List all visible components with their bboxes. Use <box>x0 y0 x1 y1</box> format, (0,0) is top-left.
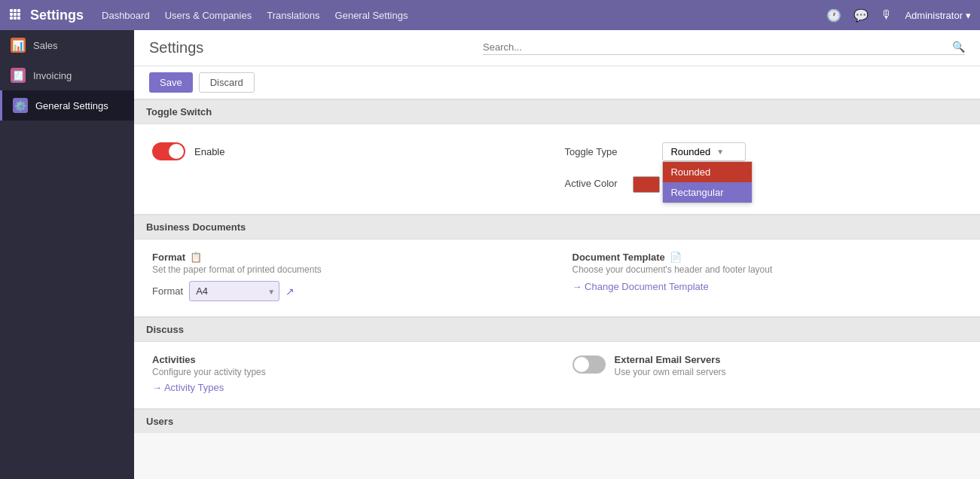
svg-rect-1 <box>14 9 17 12</box>
svg-rect-3 <box>10 13 13 16</box>
toggle-type-dropdown-wrap: Rounded ▼ Rounded Rectangular <box>662 142 746 161</box>
external-email-col: External Email Servers Use your own emai… <box>572 354 963 382</box>
svg-rect-4 <box>14 13 17 16</box>
user-name: Administrator <box>905 10 963 21</box>
top-nav: Dashboard Users & Companies Translations… <box>102 10 826 21</box>
search-bar: 🔍 <box>483 41 965 55</box>
user-menu[interactable]: Administrator ▾ <box>905 10 971 21</box>
svg-rect-2 <box>17 9 20 12</box>
page-title: Settings <box>149 39 203 56</box>
svg-rect-6 <box>10 17 13 20</box>
sidebar-label-sales: Sales <box>33 40 58 51</box>
discuss-row: Activities Configure your activity types… <box>152 354 962 393</box>
toggle-type-dropdown-options: Rounded Rectangular <box>662 161 753 203</box>
search-icon[interactable]: 🔍 <box>952 41 965 53</box>
format-row: Format A4 ▼ ↗ <box>152 281 542 301</box>
discuss-header: Discuss <box>134 317 980 342</box>
settings-body: Toggle Switch Enable Toggle Type <box>134 99 980 433</box>
chat-icon[interactable]: 💬 <box>853 8 869 23</box>
topbar: Settings Dashboard Users & Companies Tra… <box>0 0 980 30</box>
user-dropdown-arrow: ▾ <box>966 10 971 21</box>
sidebar-item-invoicing[interactable]: 🧾 Invoicing <box>0 60 134 90</box>
sidebar-label-general: General Settings <box>35 100 108 111</box>
discuss-body: Activities Configure your activity types… <box>134 342 980 409</box>
discard-button[interactable]: Discard <box>199 72 255 93</box>
users-section-header: Users <box>134 409 980 433</box>
format-select-wrap: A4 ▼ <box>189 281 279 301</box>
activities-desc: Configure your activity types <box>152 367 542 377</box>
toggle-type-area: Toggle Type Rounded ▼ Rounded <box>565 142 963 193</box>
business-docs-header: Business Documents <box>134 215 980 240</box>
main-layout: 📊 Sales 🧾 Invoicing ⚙️ General Settings … <box>0 30 980 479</box>
app-title: Settings <box>30 8 84 23</box>
external-email-desc: Use your own email servers <box>615 367 726 377</box>
save-button[interactable]: Save <box>149 72 193 93</box>
active-color-label: Active Color <box>565 178 618 189</box>
general-settings-icon: ⚙️ <box>13 98 28 113</box>
format-external-link[interactable]: ↗ <box>285 285 295 297</box>
biz-docs-row: Format 📋 Set the paper format of printed… <box>152 252 962 301</box>
format-icon: 📋 <box>190 252 202 263</box>
sidebar: 📊 Sales 🧾 Invoicing ⚙️ General Settings <box>0 30 134 479</box>
active-color-row: Active Color <box>565 173 963 193</box>
svg-rect-5 <box>17 13 20 16</box>
svg-rect-8 <box>17 17 20 20</box>
content-area: Settings 🔍 Save Discard Toggle Switch En… <box>134 30 980 479</box>
activity-types-link[interactable]: → Activity Types <box>152 382 224 393</box>
nav-dashboard[interactable]: Dashboard <box>102 10 150 21</box>
toggle-type-label: Toggle Type <box>565 146 618 157</box>
grid-icon[interactable] <box>9 8 21 23</box>
format-label: Format 📋 <box>152 252 542 263</box>
svg-rect-7 <box>14 17 17 20</box>
sales-icon: 📊 <box>11 38 26 53</box>
topbar-right: 🕐 💬 🎙 Administrator ▾ <box>826 8 971 23</box>
clock-icon[interactable]: 🕐 <box>826 8 841 23</box>
toggle-switch-section-body: Enable Toggle Type Rounded ▼ <box>134 124 980 215</box>
external-email-text: External Email Servers Use your own emai… <box>615 354 726 382</box>
toggle-type-value: Rounded <box>670 146 710 157</box>
format-desc: Set the paper format of printed document… <box>152 264 542 275</box>
format-field-label: Format <box>152 285 183 297</box>
format-select[interactable]: A4 <box>189 281 279 301</box>
enable-label: Enable <box>194 146 224 157</box>
nav-users-companies[interactable]: Users & Companies <box>165 10 252 21</box>
invoicing-icon: 🧾 <box>11 68 26 83</box>
toggle-type-arrow: ▼ <box>716 148 724 156</box>
nav-general-settings[interactable]: General Settings <box>335 10 408 21</box>
toggle-switch-section-header: Toggle Switch <box>134 99 980 124</box>
activities-col: Activities Configure your activity types… <box>152 354 542 393</box>
content-header: Settings 🔍 <box>134 30 980 66</box>
doc-template-label: Document Template 📄 <box>572 252 963 263</box>
option-rectangular[interactable]: Rectangular <box>663 182 752 203</box>
nav-translations[interactable]: Translations <box>267 10 319 21</box>
doc-template-desc: Choose your document's header and footer… <box>572 264 963 275</box>
doc-template-col: Document Template 📄 Choose your document… <box>572 252 963 301</box>
format-col: Format 📋 Set the paper format of printed… <box>152 252 542 301</box>
color-swatch[interactable] <box>633 176 660 193</box>
business-docs-body: Format 📋 Set the paper format of printed… <box>134 240 980 317</box>
mic-icon: 🎙 <box>881 8 893 22</box>
option-rounded[interactable]: Rounded <box>663 162 752 182</box>
enable-toggle[interactable] <box>152 142 185 160</box>
external-email-title: External Email Servers <box>615 354 726 365</box>
sidebar-item-general-settings[interactable]: ⚙️ General Settings <box>0 90 134 121</box>
toggle-options-area: Toggle Type Rounded ▼ Rounded <box>550 142 963 193</box>
sidebar-label-invoicing: Invoicing <box>33 70 72 81</box>
svg-rect-0 <box>10 9 13 12</box>
change-template-link[interactable]: → Change Document Template <box>572 281 709 292</box>
external-email-toggle[interactable] <box>572 355 606 374</box>
toggle-type-row: Toggle Type Rounded ▼ Rounded <box>565 142 963 161</box>
toggle-enable-area: Enable <box>152 142 550 160</box>
search-input[interactable] <box>483 41 952 53</box>
doc-template-icon: 📄 <box>670 252 682 263</box>
sidebar-item-sales[interactable]: 📊 Sales <box>0 30 134 60</box>
activities-title: Activities <box>152 354 542 365</box>
toggle-type-dropdown[interactable]: Rounded ▼ <box>662 142 746 161</box>
action-bar: Save Discard <box>134 66 980 99</box>
toggle-switch-row: Enable Toggle Type Rounded ▼ <box>152 136 962 199</box>
